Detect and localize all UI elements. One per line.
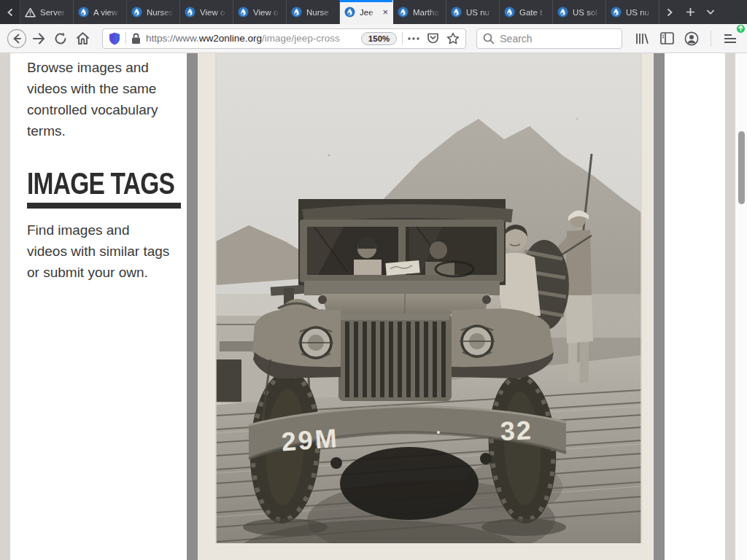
drupal-icon	[131, 7, 142, 18]
url-scheme: https://www.	[146, 33, 199, 44]
app-menu-button[interactable]	[719, 28, 741, 50]
image-tags-heading: IMAGE TAGS	[27, 168, 141, 199]
update-available-badge	[736, 24, 746, 34]
tab-gate[interactable]: Gate t	[500, 0, 553, 24]
tab-us-nu-2[interactable]: US nu	[606, 0, 659, 24]
up-arrow-icon	[738, 26, 743, 31]
tracking-protection-shield-icon	[109, 32, 120, 45]
sidebar-body-paragraph: Find images and videos with similar tags…	[27, 219, 173, 283]
urlbar-separator-2	[402, 32, 403, 44]
home-button[interactable]	[71, 28, 93, 50]
lock-icon	[131, 33, 141, 44]
home-icon	[75, 31, 90, 46]
tab-view-2[interactable]: View o	[233, 0, 287, 24]
account-icon	[684, 31, 699, 46]
tab-nurses[interactable]: Nurses	[127, 0, 180, 24]
search-icon	[483, 33, 495, 44]
drupal-icon	[78, 7, 89, 18]
bumper-marking-left: 29M	[280, 423, 340, 456]
warning-icon	[25, 7, 36, 18]
url-bar[interactable]: https://www.ww2online.org/image/jeep-cro…	[102, 28, 466, 49]
scrollbar-track[interactable]	[735, 53, 747, 560]
drupal-icon	[504, 7, 515, 18]
tab-nurse[interactable]: Nurse	[287, 0, 340, 24]
drupal-icon	[451, 7, 462, 18]
urlbar-separator	[125, 32, 126, 44]
list-all-tabs-button[interactable]	[700, 0, 721, 24]
forward-button[interactable]	[28, 28, 50, 50]
sidebar-intro-paragraph: Browse images and videos with the same c…	[27, 57, 173, 141]
new-tab-button[interactable]	[680, 0, 700, 24]
navigation-toolbar: https://www.ww2online.org/image/jeep-cro…	[0, 24, 747, 53]
photo-viewer[interactable]: 29M 32	[187, 53, 665, 560]
search-bar[interactable]	[476, 28, 622, 49]
reload-icon	[53, 31, 68, 46]
pocket-icon[interactable]	[427, 32, 439, 44]
tab-bar: Server A view Nurses View o View o Nurse…	[0, 0, 747, 24]
tab-a-view[interactable]: A view	[74, 0, 127, 24]
sidebars-button[interactable]	[656, 28, 678, 50]
forward-arrow-icon	[31, 31, 47, 47]
reload-button[interactable]	[50, 28, 71, 50]
search-input[interactable]	[500, 33, 609, 44]
drupal-icon	[238, 7, 249, 18]
hamburger-menu-icon	[724, 34, 737, 44]
account-button[interactable]	[681, 28, 703, 50]
drupal-icon	[611, 7, 622, 18]
drupal-icon	[557, 7, 568, 18]
url-text: https://www.ww2online.org/image/jeep-cro…	[146, 33, 340, 44]
firefox-window: Server A view Nurses View o View o Nurse…	[0, 0, 747, 560]
tab-close-icon[interactable]: ×	[382, 7, 388, 17]
plus-icon	[686, 7, 695, 17]
tab-martha[interactable]: Martha	[393, 0, 446, 24]
page-content: Browse images and videos with the same c…	[0, 53, 747, 560]
bookmark-star-icon[interactable]	[446, 32, 460, 44]
tabbar-controls	[659, 0, 721, 24]
url-domain: ww2online.org	[199, 33, 262, 44]
scroll-tabs-right-button[interactable]	[659, 0, 680, 24]
drupal-icon	[344, 7, 355, 18]
chevron-right-icon	[666, 8, 673, 17]
toolbar-right-icons	[631, 28, 741, 50]
library-button[interactable]	[631, 28, 653, 50]
library-icon	[635, 32, 649, 45]
photo-jeep-crossing-bridge: 29M 32	[198, 53, 654, 560]
back-button[interactable]	[6, 28, 28, 50]
zoom-level-badge[interactable]: 150%	[361, 32, 397, 45]
tab-us-nu-1[interactable]: US nu	[446, 0, 500, 24]
url-path: /image/jeep-cross	[262, 33, 340, 44]
heading-underline	[27, 203, 181, 209]
drupal-icon	[185, 7, 196, 18]
sidebar-text-block: Browse images and videos with the same c…	[27, 57, 173, 283]
bumper-marking-right: 32	[500, 415, 533, 446]
sidebar-panel-icon	[660, 32, 674, 44]
toolbar-separator	[711, 31, 711, 47]
tab-view-1[interactable]: View o	[180, 0, 233, 24]
back-arrow-icon	[7, 28, 27, 49]
scroll-tabs-left-button[interactable]	[0, 0, 20, 24]
drupal-icon	[398, 7, 409, 18]
scrollbar-thumb[interactable]	[738, 131, 745, 204]
page-actions-icon[interactable]	[408, 37, 419, 40]
tab-jeep-active[interactable]: Jee ×	[340, 0, 393, 24]
chevron-left-icon	[7, 8, 14, 17]
tab-us-sol[interactable]: US sol	[553, 0, 606, 24]
drupal-icon	[291, 7, 302, 18]
tab-server[interactable]: Server	[20, 0, 74, 24]
chevron-down-icon	[706, 9, 715, 15]
